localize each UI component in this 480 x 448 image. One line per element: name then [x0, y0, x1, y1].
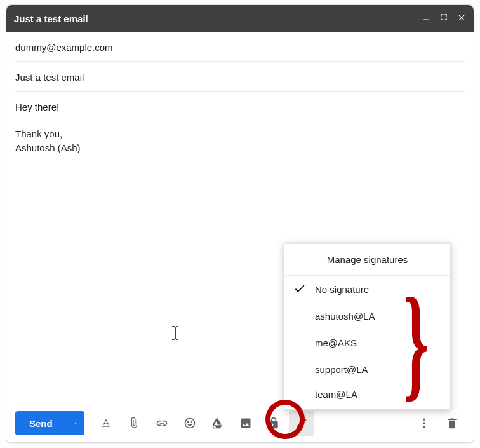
body-greeting: Hey there! [15, 100, 465, 114]
insert-photo-icon[interactable] [233, 411, 258, 436]
send-options-dropdown[interactable] [67, 411, 84, 435]
minimize-icon[interactable] [422, 13, 430, 24]
close-icon[interactable] [457, 13, 466, 24]
send-button-group: Send [15, 411, 84, 435]
signature-block: Thank you, Ashutosh (Ash) [15, 127, 465, 155]
formatting-options-icon[interactable] [93, 411, 119, 436]
attach-file-icon[interactable] [121, 411, 147, 436]
confidential-mode-icon[interactable] [261, 411, 286, 436]
subject-field[interactable]: Just a test email [15, 63, 465, 91]
signature-menu-header[interactable]: Manage signatures [284, 244, 450, 276]
more-options-icon[interactable] [411, 411, 437, 436]
to-field[interactable]: dummy@example.com [15, 33, 465, 61]
insert-link-icon[interactable] [149, 411, 175, 436]
signature-option[interactable]: team@LA [284, 383, 450, 409]
titlebar: Just a test email [6, 5, 474, 32]
closing-line: Thank you, [15, 127, 465, 141]
closing-line: Ashutosh (Ash) [15, 141, 465, 155]
svg-rect-0 [423, 20, 429, 20]
insert-emoji-icon[interactable] [177, 411, 203, 436]
check-icon [293, 282, 306, 295]
signature-option[interactable]: me@AKS [284, 329, 450, 356]
discard-draft-icon[interactable] [439, 411, 465, 436]
insert-drive-icon[interactable] [205, 411, 230, 436]
svg-point-3 [423, 426, 425, 428]
window-title: Just a test email [14, 13, 422, 24]
signature-menu: Manage signatures No signature ashutosh@… [284, 243, 451, 410]
insert-signature-icon[interactable] [289, 411, 314, 436]
signature-option[interactable]: No signature [284, 276, 450, 302]
svg-point-2 [423, 422, 425, 424]
signature-option[interactable]: support@LA [284, 356, 450, 383]
signature-option[interactable]: ashutosh@LA [284, 302, 450, 329]
to-value: dummy@example.com [15, 42, 113, 53]
fullscreen-icon[interactable] [439, 13, 448, 24]
compose-toolbar: Send [6, 404, 474, 442]
send-button[interactable]: Send [15, 411, 67, 435]
svg-point-1 [423, 419, 425, 421]
subject-value: Just a test email [15, 72, 84, 83]
